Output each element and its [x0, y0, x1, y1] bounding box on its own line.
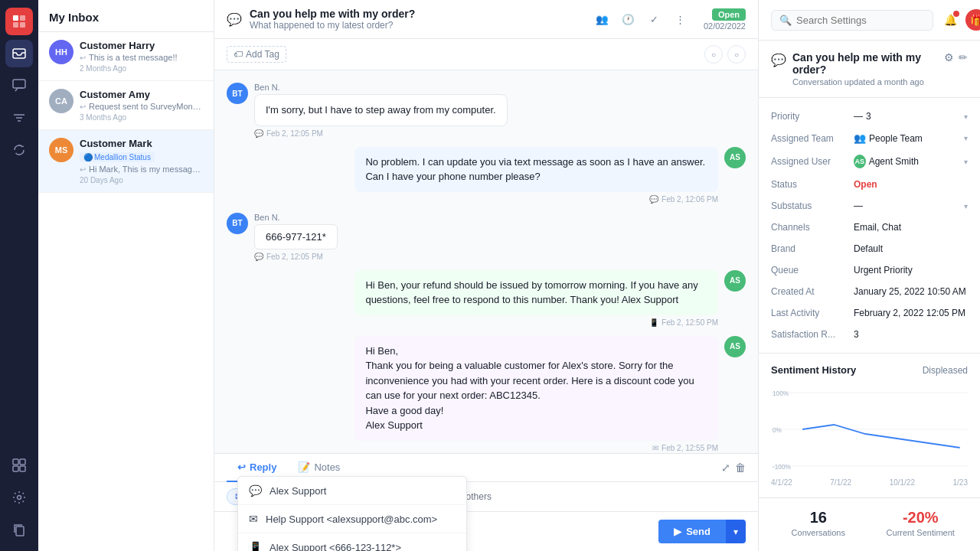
status-label: Status — [771, 179, 848, 190]
clock-btn[interactable]: 🕐 — [618, 8, 639, 30]
chat-title: Can you help me with my order? — [250, 8, 584, 20]
detail-row-user: Assigned User AS Agent Smith ▾ — [759, 149, 980, 174]
chat-conv-icon: 💬 — [227, 12, 242, 27]
conv-content-harry: Customer Harry ↩ This is a test message!… — [80, 40, 203, 73]
medallion-label: Medallion Status — [94, 153, 151, 161]
message-row-1: BT Ben N. I'm sorry, but I have to step … — [227, 83, 746, 138]
conv-meta-harry: ↩ This is a test message!! — [80, 53, 203, 62]
detail-row-brand: Brand Default — [759, 238, 980, 259]
rp-conv-title-main: Can you help me with my order? — [792, 51, 938, 76]
substatus-select[interactable]: — ▾ — [854, 201, 968, 211]
rp-conv-title-text: Can you help me with my order? Conversat… — [792, 51, 938, 86]
avatar-harry: HH — [49, 40, 74, 64]
chart-label-1: 7/1/22 — [830, 478, 851, 487]
stats-row: 16 Conversations -20% Current Sentiment — [759, 497, 980, 548]
user-select[interactable]: Agent Smith ▾ — [869, 156, 968, 167]
gift-icon[interactable]: 🎁 — [965, 9, 980, 31]
svg-text:-100%: -100% — [773, 462, 791, 471]
copy-icon[interactable] — [5, 516, 33, 543]
rp-edit-btn[interactable]: ✏ — [959, 51, 968, 64]
right-panel: 🔍 🔔 🎁 💬 Can you help me with my order? C… — [758, 0, 980, 551]
settings-icon[interactable] — [5, 484, 33, 511]
tag-icon: 🏷 — [234, 49, 243, 60]
tag-action-circle1[interactable]: ○ — [704, 45, 723, 64]
msg-time-icon-5: ✉ — [652, 444, 658, 452]
tab-notes-label: Notes — [314, 461, 340, 473]
msg-bubble-5: Hi Ben, Thank you for being a valuable c… — [354, 336, 718, 441]
rp-conv-title-actions: ⚙ ✏ — [944, 51, 968, 64]
conv-preview-harry: This is a test message!! — [89, 53, 178, 62]
notification-dot — [953, 11, 959, 17]
notification-icon[interactable]: 🔔 — [939, 9, 961, 31]
msg-bubble-4: Hi Ben, your refund should be issued by … — [354, 270, 718, 315]
svg-rect-3 — [20, 22, 25, 28]
chart-label-2: 10/1/22 — [890, 478, 915, 487]
dropdown-item-2[interactable]: 📱 Alex Support <666-123-112*> — [238, 533, 466, 551]
msg-time-val-4: Feb 2, 12:50 PM — [662, 318, 718, 327]
filter-icon[interactable] — [5, 104, 33, 132]
substatus-value: — ▾ — [854, 201, 968, 211]
msg-time-5: ✉ Feb 2, 12:55 PM — [354, 444, 718, 452]
send-label: Send — [686, 526, 710, 537]
inbox-panel: My Inbox HH Customer Harry ↩ This is a t… — [38, 0, 214, 551]
activity-label: Last Activity — [771, 308, 848, 318]
messages-area: BT Ben N. I'm sorry, but I have to step … — [214, 70, 758, 453]
msg-bubble-2: No problem. I can update you via text me… — [354, 147, 718, 192]
inbox-title: My Inbox — [38, 0, 214, 32]
chart-label-3: 1/23 — [953, 478, 968, 487]
tag-action-circle2[interactable]: ○ — [727, 45, 746, 64]
medallion-badge: 🔵 Medallion Status — [80, 152, 155, 162]
check-btn[interactable]: ✓ — [644, 8, 665, 30]
svg-rect-12 — [20, 466, 25, 471]
conversation-item-mark[interactable]: MS Customer Mark 🔵 Medallion Status ↩ Hi… — [38, 130, 214, 193]
grid-icon[interactable] — [5, 452, 33, 479]
brand-label: Brand — [771, 243, 848, 254]
expand-btn[interactable]: ⤢ — [721, 461, 730, 474]
msg-content-3: Ben N. 666-977-121* 💬 Feb 2, 12:05 PM — [254, 213, 338, 261]
msg-avatar-2: AS — [724, 147, 746, 168]
conversation-item-amy[interactable]: CA Customer Amy ↩ Request sent to Survey… — [38, 81, 214, 130]
conversation-item-harry[interactable]: HH Customer Harry ↩ This is a test messa… — [38, 32, 214, 81]
dropdown-icon-2: 📱 — [249, 541, 262, 551]
team-select[interactable]: People Team ▾ — [869, 133, 968, 144]
msg-avatar-3: BT — [227, 213, 248, 234]
delete-btn[interactable]: 🗑 — [735, 461, 746, 474]
sentiment-chart: 100% 0% -100% — [771, 383, 968, 475]
svg-rect-9 — [13, 459, 18, 465]
conv-content-amy: Customer Amy ↩ Request sent to SurveyMon… — [80, 89, 203, 122]
refresh-icon[interactable] — [5, 136, 33, 164]
rp-settings-btn[interactable]: ⚙ — [944, 51, 954, 64]
msg-sender-1: Ben N. — [254, 83, 508, 92]
activity-value: February 2, 2022 12:05 PM — [854, 308, 968, 318]
open-badge: Open — [712, 8, 746, 21]
dropdown-text-1: Help Support <alexsupport@abc.com> — [266, 514, 437, 525]
send-button[interactable]: ▶ Send — [658, 520, 726, 543]
reply-icon: ↩ — [237, 461, 246, 473]
dropdown-item-0[interactable]: 💬 Alex Support — [238, 477, 466, 505]
detail-row-queue: Queue Urgent Priority — [759, 259, 980, 281]
msg-content-4: Hi Ben, your refund should be issued by … — [354, 270, 718, 327]
more-btn[interactable]: ⋮ — [670, 8, 691, 30]
user-name: Agent Smith — [869, 156, 919, 167]
chat-date: 02/02/2022 — [704, 21, 746, 31]
dropdown-icon-1: ✉ — [249, 513, 258, 525]
svg-rect-0 — [13, 15, 18, 21]
msg-time-1: 💬 Feb 2, 12:05 PM — [254, 129, 508, 138]
priority-select[interactable]: 3 ▾ — [866, 111, 968, 122]
avatar-amy: CA — [49, 89, 74, 113]
user-value: AS Agent Smith ▾ — [854, 155, 968, 168]
queue-label: Queue — [771, 265, 848, 276]
dropdown-item-1[interactable]: ✉ Help Support <alexsupport@abc.com> — [238, 505, 466, 533]
send-dropdown-button[interactable]: ▾ — [726, 520, 746, 543]
msg-time-icon-4: 📱 — [649, 318, 658, 327]
chat-icon[interactable] — [5, 72, 33, 99]
search-input[interactable] — [796, 15, 925, 26]
add-group-btn[interactable]: 👥 — [592, 8, 613, 30]
conv-name-harry: Customer Harry — [80, 40, 203, 51]
msg-time-icon-1: 💬 — [254, 129, 263, 138]
logo-icon[interactable] — [5, 8, 33, 35]
inbox-icon[interactable] — [5, 40, 33, 67]
search-bar[interactable]: 🔍 — [771, 10, 933, 31]
add-tag-button[interactable]: 🏷 Add Tag — [227, 46, 286, 63]
medallion-icon: 🔵 — [83, 153, 93, 161]
